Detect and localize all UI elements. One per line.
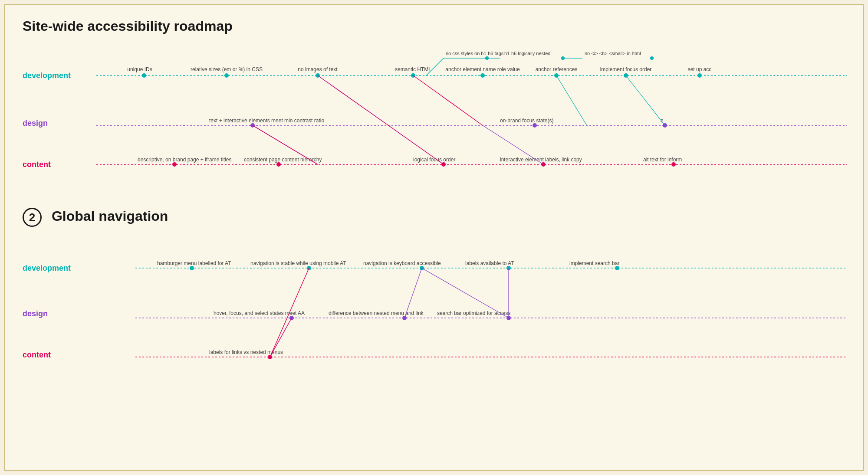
svg-text:navigation is stable while usi: navigation is stable while using mobile …	[250, 260, 346, 266]
svg-text:relative sizes (em or %) in CS: relative sizes (em or %) in CSS	[191, 66, 263, 72]
section2-title: 2 Global navigation	[23, 208, 845, 227]
section-2: 2 Global navigation development design c…	[23, 208, 845, 379]
track-label-dev-2: development	[23, 264, 92, 273]
svg-line-46	[318, 75, 444, 164]
svg-point-58	[506, 266, 511, 270]
svg-text:text + interactive elements me: text + interactive elements meet min con…	[209, 118, 324, 124]
svg-point-21	[485, 56, 489, 60]
svg-text:anchor element name role value: anchor element name role value	[445, 66, 520, 72]
track-label-dev-1: development	[23, 71, 92, 80]
svg-point-28	[250, 123, 255, 128]
track-label-design-1: design	[23, 119, 92, 128]
svg-point-24	[561, 56, 565, 60]
svg-line-76	[404, 268, 422, 318]
svg-text:navigation is keyboard accessi: navigation is keyboard accessible	[363, 260, 441, 266]
svg-point-56	[420, 266, 424, 270]
svg-text:implement focus order: implement focus order	[600, 66, 652, 72]
svg-point-3	[224, 73, 229, 78]
svg-text:hamburger menu labelled for AT: hamburger menu labelled for AT	[157, 260, 231, 266]
svg-line-50	[626, 75, 665, 125]
svg-line-73	[422, 268, 509, 318]
svg-text:interactive element labels, li: interactive element labels, link copy	[500, 157, 582, 163]
svg-text:labels available to AT: labels available to AT	[465, 260, 514, 266]
svg-point-67	[506, 316, 511, 320]
svg-point-44	[671, 162, 676, 167]
svg-text:anchor references: anchor references	[536, 66, 578, 72]
svg-text:semantic HTML: semantic HTML	[395, 66, 431, 72]
svg-point-70	[268, 355, 272, 359]
svg-text:unique IDs: unique IDs	[127, 66, 152, 72]
svg-point-54	[307, 266, 311, 270]
svg-text:no images of text: no images of text	[298, 66, 338, 72]
svg-point-63	[289, 316, 294, 320]
svg-text:on-brand focus state(s): on-brand focus state(s)	[500, 118, 553, 124]
svg-text:implement search bar: implement search bar	[569, 260, 619, 266]
track-label-content-2: content	[23, 351, 92, 360]
svg-line-47	[253, 125, 318, 164]
section2-svg: hamburger menu labelled for AT navigatio…	[23, 240, 847, 379]
svg-point-65	[402, 316, 407, 320]
track-label-content-1: content	[23, 160, 92, 169]
svg-line-72	[270, 318, 292, 357]
svg-text:no <i> <b> <small> in html: no <i> <b> <small> in html	[585, 51, 641, 56]
section2-number: 2	[23, 208, 42, 227]
svg-line-75	[270, 268, 309, 357]
svg-text:alt text for inform: alt text for inform	[643, 157, 682, 163]
svg-point-26	[650, 56, 654, 60]
page: Site-wide accessibility roadmap developm…	[4, 4, 864, 471]
svg-text:set up acc: set up acc	[688, 66, 712, 72]
svg-line-48	[483, 125, 543, 164]
svg-point-1	[142, 73, 146, 78]
svg-text:difference between nested menu: difference between nested menu and link	[329, 310, 424, 316]
svg-point-15	[697, 73, 702, 78]
svg-text:logical focus order: logical focus order	[413, 157, 455, 163]
svg-point-5	[316, 73, 320, 78]
svg-point-36	[172, 162, 177, 167]
svg-text:no css styles on h1-h6 tags: no css styles on h1-h6 tags	[446, 51, 504, 56]
svg-text:hover, focus, and select state: hover, focus, and select states meet AA	[214, 310, 305, 316]
track-label-design-2: design	[23, 309, 92, 318]
svg-text:search bar optimized for acces: search bar optimized for access	[437, 310, 510, 316]
svg-text:e: e	[661, 118, 664, 124]
svg-text:descriptive, on brand page + i: descriptive, on brand page + iframe titl…	[138, 157, 231, 163]
svg-point-40	[441, 162, 446, 167]
svg-point-38	[276, 162, 281, 167]
svg-point-52	[190, 266, 194, 270]
svg-point-60	[615, 266, 619, 270]
svg-line-17	[426, 58, 444, 75]
svg-point-9	[480, 73, 485, 78]
svg-text:consistent page content hierar: consistent page content hierarchy	[244, 157, 322, 163]
svg-point-13	[624, 73, 628, 78]
svg-line-49	[556, 75, 587, 125]
svg-line-34	[413, 75, 483, 125]
svg-point-11	[554, 73, 559, 78]
svg-text:h1-h6 logically nested: h1-h6 logically nested	[504, 51, 550, 56]
section-1: Site-wide accessibility roadmap developm…	[23, 18, 845, 182]
svg-point-32	[663, 123, 667, 128]
svg-point-7	[411, 73, 415, 78]
section1-svg: unique IDs relative sizes (em or %) in C…	[23, 47, 847, 182]
svg-text:labels for links vs nested men: labels for links vs nested menus	[209, 349, 283, 355]
svg-point-42	[541, 162, 546, 167]
svg-point-30	[533, 123, 537, 128]
section1-title: Site-wide accessibility roadmap	[23, 18, 845, 34]
